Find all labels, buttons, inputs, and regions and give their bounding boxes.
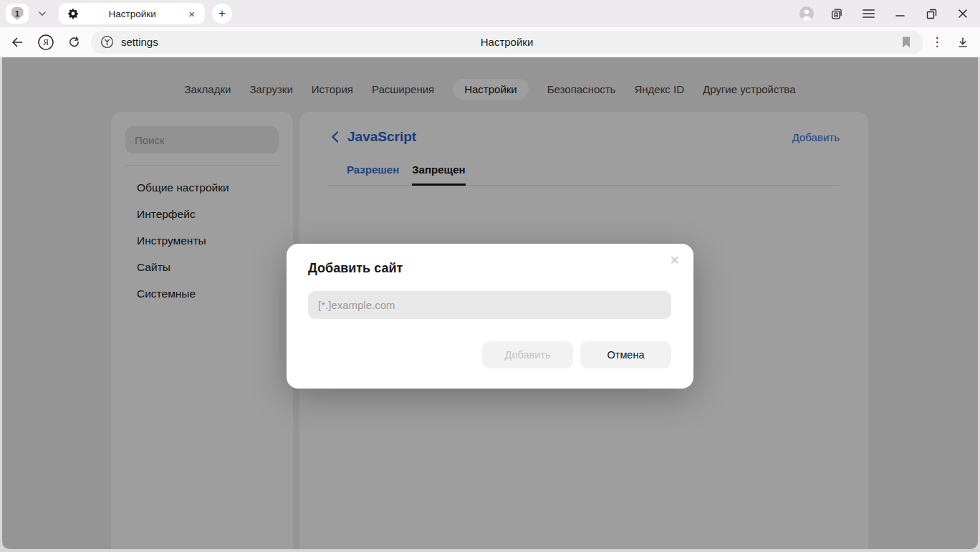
- tab-count-badge: 1: [11, 7, 24, 20]
- tab-counter-button[interactable]: 1: [6, 4, 29, 24]
- new-tab-button[interactable]: +: [212, 4, 232, 24]
- site-url-input[interactable]: [308, 291, 671, 319]
- download-icon: [956, 36, 969, 49]
- bookmark-flag-icon: [900, 36, 912, 49]
- downloads-button[interactable]: [953, 32, 973, 52]
- page-title: Настройки: [91, 36, 923, 48]
- reload-icon: [67, 35, 81, 49]
- minimize-icon: [895, 9, 905, 19]
- dialog-title: Добавить сайт: [308, 261, 403, 276]
- profile-avatar[interactable]: [799, 6, 814, 21]
- bookmarks-panel-icon: [830, 6, 844, 21]
- browser-menu-button[interactable]: [860, 5, 877, 22]
- dialog-add-button[interactable]: Добавить: [482, 341, 573, 368]
- side-panel-button[interactable]: [828, 5, 845, 22]
- settings-page: Закладки Загрузки История Расширения Нас…: [2, 57, 978, 549]
- reload-button[interactable]: [64, 32, 84, 52]
- url-text: settings: [121, 36, 158, 48]
- back-button[interactable]: [7, 32, 27, 52]
- bookmark-button[interactable]: [895, 33, 917, 52]
- address-bar[interactable]: settings Настройки: [91, 31, 923, 54]
- maximize-button[interactable]: [923, 5, 940, 22]
- kebab-menu-icon: ⋮: [931, 34, 943, 49]
- yandex-logo-icon: Я: [37, 34, 54, 51]
- plus-icon: +: [218, 6, 226, 21]
- tab-close-icon[interactable]: ×: [186, 7, 198, 21]
- hamburger-menu-icon: [863, 9, 875, 19]
- svg-text:Я: Я: [43, 38, 49, 47]
- back-arrow-icon: [10, 35, 24, 49]
- window-controls: [799, 5, 971, 22]
- browser-toolbar: Я settings Настройки ⋮: [0, 27, 980, 57]
- add-site-dialog: Добавить сайт × Добавить Отмена: [287, 244, 693, 389]
- restore-window-icon: [926, 9, 937, 19]
- site-badge-icon: [100, 34, 115, 49]
- browser-window: 1 Настройки × +: [0, 0, 980, 552]
- dialog-buttons: Добавить Отмена: [482, 341, 671, 368]
- browser-tab-settings[interactable]: Настройки ×: [59, 3, 205, 24]
- gear-icon: [67, 8, 79, 19]
- chevron-down-icon: [37, 9, 47, 19]
- minimize-button[interactable]: [891, 5, 908, 22]
- tab-title: Настройки: [79, 9, 186, 19]
- close-window-button[interactable]: [954, 5, 971, 22]
- dialog-close-icon[interactable]: ×: [667, 249, 682, 271]
- tab-list-chevron-button[interactable]: [33, 4, 52, 23]
- dialog-cancel-button[interactable]: Отмена: [580, 341, 671, 368]
- toolbar-menu-button[interactable]: ⋮: [927, 32, 947, 52]
- yandex-home-button[interactable]: Я: [36, 32, 56, 52]
- tab-strip: 1 Настройки × +: [0, 0, 980, 27]
- close-icon: [958, 9, 968, 19]
